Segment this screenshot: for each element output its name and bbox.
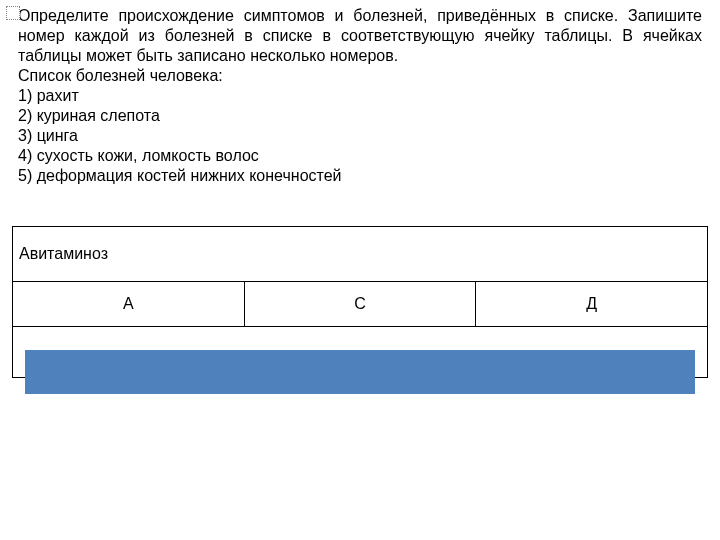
answer-overlay-bar <box>25 350 695 394</box>
checkbox-marker <box>6 6 20 20</box>
list-item: 2) куриная слепота <box>18 106 702 126</box>
task-instruction: Определите происхождение симптомов и бол… <box>18 6 702 66</box>
disease-list: Список болезней человека: 1) рахит 2) ку… <box>18 66 702 186</box>
list-item: 3) цинга <box>18 126 702 146</box>
list-title: Список болезней человека: <box>18 66 702 86</box>
table-row: Авитаминоз <box>13 227 708 282</box>
table-header-cell: Авитаминоз <box>13 227 708 282</box>
answer-table: Авитаминоз А С Д <box>12 226 708 378</box>
table-row: А С Д <box>13 282 708 327</box>
table-row <box>13 327 708 378</box>
list-item: 5) деформация костей нижних конечностей <box>18 166 702 186</box>
column-label-c: С <box>244 282 476 327</box>
list-item: 4) сухость кожи, ломкость волос <box>18 146 702 166</box>
column-label-d: Д <box>476 282 708 327</box>
list-item: 1) рахит <box>18 86 702 106</box>
column-label-a: А <box>13 282 245 327</box>
